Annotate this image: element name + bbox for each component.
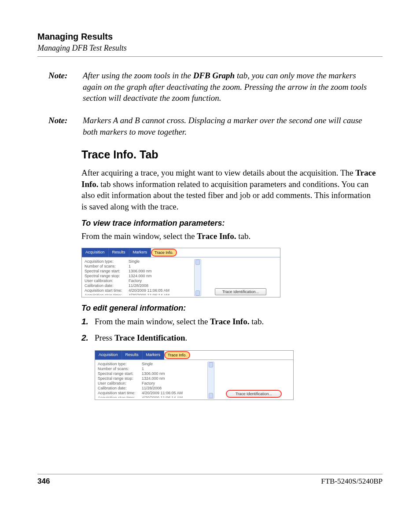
tab-markers[interactable]: Markers — [143, 351, 165, 360]
note-text-prefix: After using the zoom tools in the — [83, 71, 193, 80]
step-c: tab. — [249, 317, 264, 326]
note-text-bold: DFB Graph — [193, 71, 235, 80]
note-text: After using the zoom tools in the DFB Gr… — [83, 70, 369, 104]
note-label: Note: — [48, 70, 83, 104]
chapter-title: Managing Results — [37, 32, 383, 42]
info-row: Number of scans:1 — [98, 367, 206, 371]
info-row: User calibration:Factory — [98, 381, 206, 386]
screenshot-1: Acquisition Results Markers Trace Info. … — [81, 248, 280, 297]
p1-c: tab. — [236, 231, 251, 241]
scrollbar[interactable] — [194, 259, 201, 296]
trace-identification-button[interactable]: Trace Identification... — [215, 288, 266, 295]
info-row: Acquisition start time:4/20/2009 11:06:0… — [85, 288, 192, 293]
note-label: Note: — [48, 115, 83, 137]
info-row: Spectral range start:1306.000 nm — [85, 269, 192, 274]
note-text: Markers A and B cannot cross. Displacing… — [83, 115, 369, 137]
screenshot-2: Acquisition Results Markers Trace Info. … — [95, 350, 294, 400]
p1-b: Trace Info. — [197, 231, 236, 241]
scrollbar[interactable] — [207, 362, 214, 399]
section-heading: Trace Info. Tab — [81, 148, 378, 161]
step-1: 1. From the main window, select the Trac… — [81, 316, 378, 328]
info-row: Acquisition stop time:4/20/2009 11:06:14… — [98, 396, 206, 398]
procedure-1-title: To view trace information parameters: — [81, 219, 378, 228]
info-row: User calibration:Factory — [85, 279, 192, 283]
step-c: . — [185, 333, 187, 342]
step-b: Trace Info. — [210, 317, 249, 326]
tab-trace-info[interactable]: Trace Info. — [151, 249, 177, 257]
tab-bar: Acquisition Results Markers Trace Info. — [95, 351, 293, 360]
p1-a: From the main window, select the — [81, 231, 197, 241]
info-row: Calibration date:11/28/2008 — [98, 386, 206, 391]
page-number: 346 — [37, 477, 50, 486]
tab-markers[interactable]: Markers — [129, 248, 151, 257]
procedure-1-step: From the main window, select the Trace I… — [81, 231, 378, 242]
info-row: Acquisition type:Single — [85, 259, 192, 264]
info-row: Spectral range stop:1324.000 nm — [98, 376, 206, 381]
section-subtitle: Managing DFB Test Results — [37, 44, 383, 53]
trace-identification-button[interactable]: Trace Identification... — [226, 390, 282, 398]
info-list: Acquisition type:Single Number of scans:… — [98, 362, 206, 398]
tab-bar: Acquisition Results Markers Trace Info. — [82, 248, 280, 257]
procedure-2-steps: 1. From the main window, select the Trac… — [81, 316, 378, 344]
step-number: 1. — [81, 316, 95, 328]
info-row: Acquisition start time:4/20/2009 11:06:0… — [98, 391, 206, 396]
intro-a: After acquiring a trace, you might want … — [81, 168, 355, 177]
header-rule — [37, 56, 383, 57]
intro-c: tab shows information related to acquisi… — [81, 180, 371, 211]
note-1: Note: After using the zoom tools in the … — [48, 70, 369, 104]
step-b: Trace Identification — [114, 333, 185, 342]
footer-rule — [37, 474, 383, 474]
info-row: Acquisition stop time:4/20/2009 11:06:14… — [85, 293, 192, 295]
step-a: From the main window, select the — [95, 317, 210, 326]
info-row: Number of scans:1 — [85, 264, 192, 269]
info-row: Acquisition type:Single — [98, 362, 206, 367]
device-model: FTB-5240S/5240BP — [321, 477, 383, 486]
page-footer: 346 FTB-5240S/5240BP — [37, 474, 383, 486]
info-row: Spectral range stop:1324.000 nm — [85, 274, 192, 279]
tab-acquisition[interactable]: Acquisition — [82, 248, 109, 257]
step-number: 2. — [81, 332, 95, 345]
step-a: Press — [95, 333, 114, 342]
step-2: 2. Press Trace Identification. — [81, 332, 378, 345]
procedure-2-title: To edit general information: — [81, 304, 378, 313]
tab-trace-info[interactable]: Trace Info. — [164, 351, 190, 359]
note-2: Note: Markers A and B cannot cross. Disp… — [48, 115, 369, 137]
tab-results[interactable]: Results — [122, 351, 143, 360]
info-row: Spectral range start:1306.000 nm — [98, 371, 206, 376]
tab-acquisition[interactable]: Acquisition — [95, 351, 122, 360]
intro-paragraph: After acquiring a trace, you might want … — [81, 167, 378, 213]
tab-results[interactable]: Results — [109, 248, 129, 257]
info-row: Calibration date:11/28/2008 — [85, 283, 192, 288]
note-text-prefix: Markers A and B cannot cross. Displacing… — [83, 116, 362, 136]
info-list: Acquisition type:Single Number of scans:… — [85, 259, 192, 295]
